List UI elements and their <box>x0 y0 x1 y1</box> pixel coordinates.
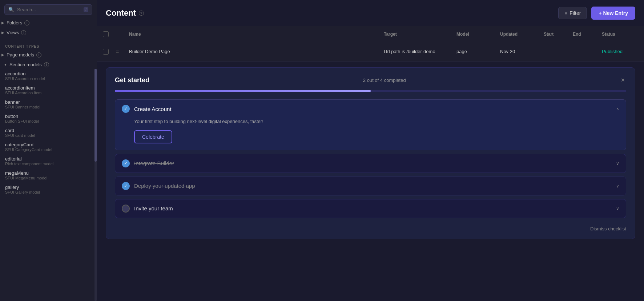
sidebar-item-views[interactable]: ▶ Views i <box>0 28 97 37</box>
row-target: Url path is /builder-demo <box>384 49 456 54</box>
header-target: Target <box>384 32 456 37</box>
chevron-right-icon-page: ▶ <box>1 53 4 57</box>
checklist-left-deploy-app: ✓ Deploy your updated app <box>122 182 195 190</box>
folders-info-icon[interactable]: i <box>24 20 29 25</box>
checklist-item-invite-team[interactable]: Invite your team ∨ <box>115 199 626 218</box>
sidebar-model-item-accordionItem[interactable]: accordionItemSFUI Accordion item <box>0 83 97 97</box>
checklist-desc-create-account: Your first step to building next-level d… <box>134 118 619 125</box>
check-circle-invite-team <box>122 205 130 213</box>
get-started-header: Get started 2 out of 4 completed × <box>115 75 626 86</box>
checklist-header-create-account[interactable]: ✓ Create Account ∧ <box>115 100 626 118</box>
chevron-right-icon-views: ▶ <box>1 31 4 35</box>
search-input[interactable] <box>17 7 81 12</box>
row-model: page <box>456 49 500 54</box>
get-started-card: Get started 2 out of 4 completed × ✓ Cre… <box>106 67 635 239</box>
sidebar: 🔍 / ▶ Folders i ▶ Views i Content Types … <box>0 0 97 301</box>
row-checkbox-col <box>103 49 116 55</box>
content-types-label: Content Types <box>0 41 97 50</box>
section-models-list: accordionSFUI Accordion modelaccordionIt… <box>0 69 97 301</box>
checklist-left-create-account: ✓ Create Account <box>122 105 172 113</box>
checklist-header-deploy-app[interactable]: ✓ Deploy your updated app ∨ <box>115 177 626 195</box>
dismiss-link[interactable]: Dismiss checklist <box>115 222 626 231</box>
get-started-title: Get started <box>115 76 149 84</box>
row-name: Builder Demo Page <box>129 49 384 54</box>
checklist-title-create-account: Create Account <box>134 106 172 112</box>
views-label: Views <box>7 30 19 35</box>
table-header: Name Target Model Updated Start End Stat… <box>97 26 644 42</box>
header-status: Status <box>602 32 638 37</box>
scrollbar-thumb[interactable] <box>94 69 97 162</box>
topbar: Content ? ≡ Filter + New Entry <box>97 0 644 26</box>
header-name: Name <box>129 32 384 37</box>
section-models-label: Section models <box>9 62 42 67</box>
close-button[interactable]: × <box>619 75 626 86</box>
sidebar-item-folders[interactable]: ▶ Folders i <box>0 18 97 28</box>
sidebar-model-item-card[interactable]: cardSFUI card model <box>0 126 97 140</box>
filter-button[interactable]: ≡ Filter <box>558 7 587 19</box>
filter-label: Filter <box>569 10 581 16</box>
drag-handle-icon[interactable]: ≡ <box>116 49 129 55</box>
page-models-info-icon[interactable]: i <box>36 52 41 58</box>
progress-bar <box>115 90 626 92</box>
chevron-icon-integrate-builder: ∨ <box>616 161 619 166</box>
search-bar[interactable]: 🔍 / <box>4 4 92 15</box>
chevron-down-icon-section: ▼ <box>4 63 7 67</box>
checklist-header-invite-team[interactable]: Invite your team ∨ <box>115 199 626 218</box>
section-models-info-icon[interactable]: i <box>44 62 49 67</box>
main-content: Content ? ≡ Filter + New Entry Name Targ… <box>97 0 644 301</box>
checklist-header-integrate-builder[interactable]: ✓ Integrate Builder ∨ <box>115 154 626 173</box>
check-circle-create-account: ✓ <box>122 105 130 113</box>
check-circle-deploy-app: ✓ <box>122 182 130 190</box>
celebrate-button[interactable]: Celebrate <box>134 130 172 143</box>
sidebar-model-item-megaMenu[interactable]: megaMenuSFUI MegaMenu model <box>0 168 97 182</box>
header-updated: Updated <box>500 32 544 37</box>
views-info-icon[interactable]: i <box>21 30 26 35</box>
select-all-checkbox[interactable] <box>103 31 109 37</box>
content-title: Content <box>106 8 136 18</box>
checklist-title-invite-team: Invite your team <box>134 205 173 211</box>
new-entry-button[interactable]: + New Entry <box>591 7 635 20</box>
sidebar-model-item-categoryCard[interactable]: categoryCardSFUI CategoryCard model <box>0 140 97 154</box>
checklist-body-create-account: Your first step to building next-level d… <box>115 118 626 150</box>
folders-label: Folders <box>7 20 22 25</box>
checklist-title-deploy-app: Deploy your updated app <box>134 183 195 189</box>
sidebar-model-item-gallery[interactable]: gallerySFUI Gallery model <box>0 182 97 197</box>
header-start: Start <box>544 32 573 37</box>
header-end: End <box>573 32 602 37</box>
page-models-label: Page models <box>7 52 34 58</box>
sidebar-model-item-editorial[interactable]: editorialRich text component model <box>0 154 97 168</box>
sidebar-model-item-button[interactable]: buttonButton SFUI model <box>0 111 97 126</box>
sidebar-item-page-models[interactable]: ▶ Page models i <box>0 50 97 60</box>
progress-fill <box>115 90 371 92</box>
checklist-item-create-account[interactable]: ✓ Create Account ∧ Your first step to bu… <box>115 99 626 150</box>
chevron-right-icon: ▶ <box>1 21 4 25</box>
checklist-item-integrate-builder[interactable]: ✓ Integrate Builder ∨ <box>115 154 626 173</box>
sidebar-model-item-accordion[interactable]: accordionSFUI Accordion model <box>0 69 97 83</box>
sidebar-item-section-models[interactable]: ▼ Section models i <box>0 60 97 69</box>
progress-text: 2 out of 4 completed <box>363 78 406 83</box>
topbar-actions: ≡ Filter + New Entry <box>558 7 635 20</box>
get-started-panel: Get started 2 out of 4 completed × ✓ Cre… <box>97 62 644 301</box>
header-checkbox-col <box>103 31 116 37</box>
checklist-left-integrate-builder: ✓ Integrate Builder <box>122 159 174 167</box>
status-badge: Published <box>602 49 638 54</box>
content-info-icon[interactable]: ? <box>139 11 144 16</box>
checklist-item-deploy-app[interactable]: ✓ Deploy your updated app ∨ <box>115 177 626 195</box>
checklist-container: ✓ Create Account ∧ Your first step to bu… <box>115 99 626 218</box>
search-kbd: / <box>84 7 88 12</box>
sidebar-model-item-banner[interactable]: bannerSFUI Banner model <box>0 97 97 111</box>
scrollbar-track[interactable] <box>94 69 97 301</box>
row-checkbox[interactable] <box>103 49 109 55</box>
check-circle-integrate-builder: ✓ <box>122 159 130 167</box>
new-entry-label: + New Entry <box>599 10 628 16</box>
header-model: Model <box>456 32 500 37</box>
checklist-left-invite-team: Invite your team <box>122 205 173 213</box>
checklist-title-integrate-builder: Integrate Builder <box>134 160 174 166</box>
chevron-icon-invite-team: ∨ <box>616 206 619 211</box>
table-row[interactable]: ≡ Builder Demo Page Url path is /builder… <box>97 42 644 61</box>
chevron-icon-create-account: ∧ <box>616 106 619 111</box>
page-title: Content ? <box>106 8 144 18</box>
row-updated: Nov 20 <box>500 49 544 54</box>
chevron-icon-deploy-app: ∨ <box>616 183 619 189</box>
filter-icon: ≡ <box>564 10 567 16</box>
